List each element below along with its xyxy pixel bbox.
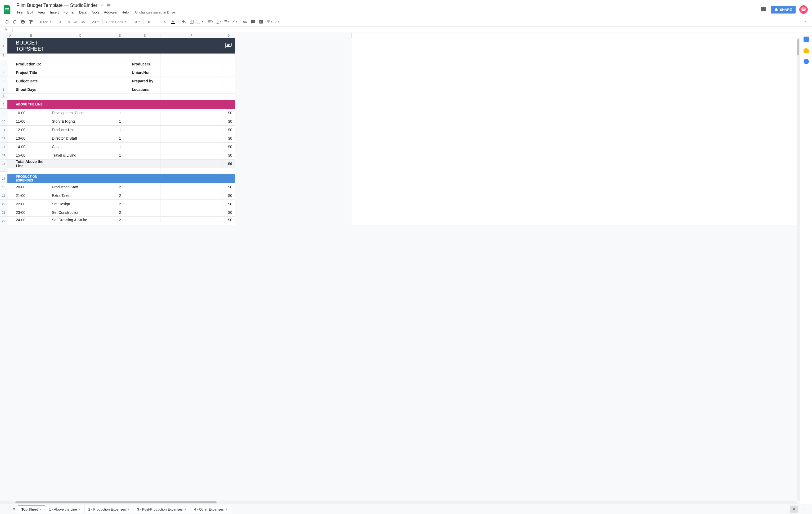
row-header-8[interactable]: 8 (0, 100, 7, 109)
tab-menu-icon[interactable]: ▼ (39, 508, 42, 511)
borders-button[interactable] (188, 18, 195, 25)
formula-input[interactable] (13, 27, 812, 32)
sheet-tab[interactable]: 2 - Production Expenses▼ (85, 505, 134, 513)
cell-E17[interactable] (129, 174, 161, 183)
cell-F4[interactable] (161, 69, 223, 77)
row-header-16[interactable]: 16 (0, 168, 7, 172)
merge-cells-button[interactable]: ▼ (196, 18, 203, 25)
row-header-5[interactable]: 5 (0, 77, 7, 85)
cell-A20[interactable] (7, 200, 13, 208)
cell-F2[interactable] (161, 54, 223, 60)
menu-file[interactable]: File (15, 9, 25, 16)
cell-E16[interactable] (129, 168, 161, 174)
fill-color-button[interactable] (180, 18, 187, 25)
cell-E11[interactable] (129, 126, 161, 134)
cell-A1[interactable] (7, 38, 13, 54)
menu-tools[interactable]: Tools (89, 9, 101, 16)
cell-A19[interactable] (7, 191, 13, 200)
cell-A11[interactable] (7, 126, 13, 134)
cell-C10[interactable]: Story & Rights (49, 117, 111, 126)
vertical-scrollbar[interactable] (796, 38, 800, 501)
menu-format[interactable]: Format (61, 9, 77, 16)
cell-G11[interactable]: $0 (223, 126, 235, 134)
comments-button[interactable] (760, 6, 767, 13)
menu-insert[interactable]: Insert (48, 9, 61, 16)
font-select[interactable]: Open Sans▼ (104, 19, 128, 24)
sheet-tab[interactable]: Top Sheet▼ (18, 505, 45, 513)
cell-D8[interactable] (111, 100, 129, 109)
cell-F14[interactable] (161, 151, 223, 160)
cell-B13[interactable]: 14-00 (13, 142, 49, 151)
sheet-area[interactable]: ABCDEFG1BUDGET TOPSHEET23Production Co.P… (0, 33, 800, 504)
collapse-toolbar-button[interactable] (802, 18, 809, 25)
keep-icon[interactable] (804, 48, 809, 53)
select-all-cell[interactable] (0, 33, 7, 38)
cell-B12[interactable]: 13-00 (13, 134, 49, 142)
menu-edit[interactable]: Edit (25, 9, 35, 16)
cell-D6[interactable] (111, 85, 129, 94)
cell-G3[interactable] (223, 60, 235, 69)
cell-G5[interactable] (223, 77, 235, 85)
cell-C11[interactable]: Producer Unit (49, 126, 111, 134)
cell-A17[interactable] (7, 174, 13, 183)
cell-D3[interactable] (111, 60, 129, 69)
row-header-20[interactable]: 20 (0, 200, 7, 208)
cell-F10[interactable] (161, 117, 223, 126)
cell-G19[interactable]: $0 (223, 191, 235, 200)
cell-C6[interactable] (49, 85, 111, 94)
chat-fab[interactable] (799, 5, 808, 14)
cell-G1[interactable] (223, 38, 235, 54)
tab-menu-icon[interactable]: ▼ (79, 508, 81, 511)
italic-button[interactable]: I (153, 18, 161, 25)
cell-E12[interactable] (129, 134, 161, 142)
cell-E9[interactable] (129, 109, 161, 117)
cell-E19[interactable] (129, 191, 161, 200)
cell-F12[interactable] (161, 134, 223, 142)
row-header-3[interactable]: 3 (0, 60, 7, 69)
cell-B1[interactable]: BUDGET TOPSHEET (13, 38, 49, 54)
folder-icon[interactable] (107, 3, 111, 8)
vertical-align-button[interactable]: ▾ (215, 18, 222, 25)
cell-C2[interactable] (49, 54, 111, 60)
cell-D11[interactable]: 1 (111, 126, 129, 134)
cell-F19[interactable] (161, 191, 223, 200)
increase-decimal-button[interactable]: .00→ (81, 18, 88, 25)
number-format-select[interactable]: 123▼ (88, 19, 101, 24)
functions-button[interactable]: Σ▾ (273, 18, 281, 25)
filter-button[interactable]: ▾ (265, 18, 273, 25)
cell-A2[interactable] (7, 54, 13, 60)
tasks-icon[interactable] (804, 59, 809, 64)
print-button[interactable] (19, 18, 27, 25)
cell-G14[interactable]: $0 (223, 151, 235, 160)
paint-format-button[interactable] (27, 18, 34, 25)
cell-D5[interactable] (111, 77, 129, 85)
save-status[interactable]: All changes saved in Drive (135, 10, 175, 14)
cell-E7[interactable] (129, 94, 161, 100)
cell-C15[interactable] (49, 160, 111, 168)
column-header-C[interactable]: C (49, 33, 111, 38)
cell-D12[interactable]: 1 (111, 134, 129, 142)
cell-D13[interactable]: 1 (111, 142, 129, 151)
undo-button[interactable] (3, 18, 10, 25)
cell-A3[interactable] (7, 60, 13, 69)
tab-menu-icon[interactable]: ▼ (225, 508, 228, 511)
cell-A16[interactable] (7, 168, 13, 174)
cell-A15[interactable] (7, 160, 13, 168)
percent-button[interactable]: % (65, 18, 72, 25)
tab-menu-icon[interactable]: ▼ (127, 508, 130, 511)
cell-C21[interactable]: Set Construction (49, 208, 111, 217)
cell-E1[interactable] (129, 38, 161, 54)
cell-D10[interactable]: 1 (111, 117, 129, 126)
cell-A10[interactable] (7, 117, 13, 126)
cell-F3[interactable] (161, 60, 223, 69)
text-wrap-button[interactable]: ▾ (223, 18, 230, 25)
menu-data[interactable]: Data (77, 9, 88, 16)
column-header-F[interactable]: F (161, 33, 223, 38)
cell-B9[interactable]: 10-00 (13, 109, 49, 117)
cell-G16[interactable] (223, 168, 235, 174)
row-header-12[interactable]: 12 (0, 134, 7, 142)
cell-G15[interactable]: $0 (223, 160, 235, 168)
cell-B19[interactable]: 21-00 (13, 191, 49, 200)
cell-A6[interactable] (7, 85, 13, 94)
cell-D4[interactable] (111, 69, 129, 77)
